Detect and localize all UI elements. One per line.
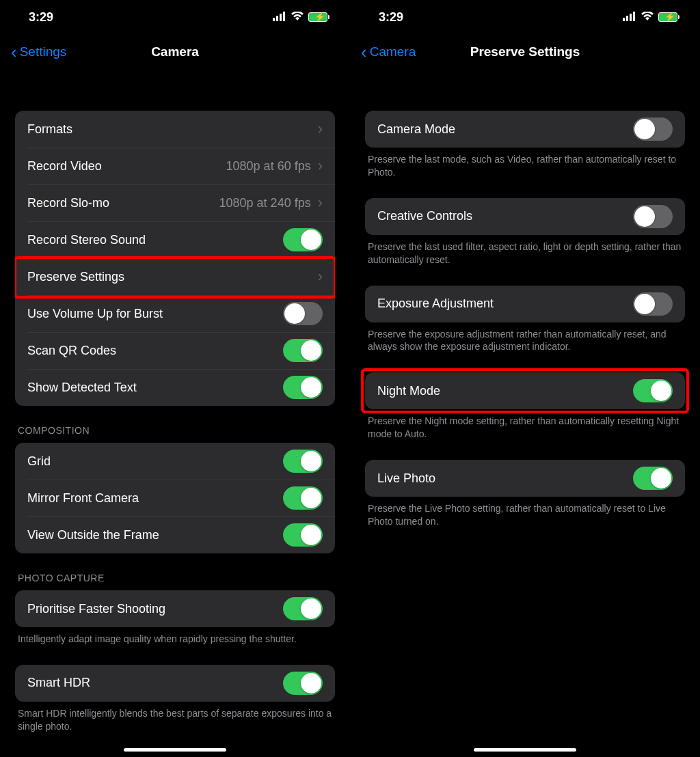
svg-rect-5 — [626, 16, 628, 21]
back-label: Camera — [370, 44, 416, 59]
toggle-faster[interactable] — [283, 597, 323, 620]
row-preserve-settings[interactable]: Preserve Settings › — [15, 258, 335, 295]
content: Camera Mode Preserve the last mode, such… — [350, 70, 700, 588]
section-footer: Smart HDR intelligently blends the best … — [15, 702, 335, 733]
row-label: Preserve Settings — [27, 270, 318, 284]
section-composition: COMPOSITION Grid Mirror Front Camera Vie… — [15, 425, 335, 553]
back-label: Settings — [20, 44, 67, 59]
row-value: 1080p at 60 fps — [226, 159, 311, 174]
svg-rect-4 — [623, 18, 625, 21]
group-faster: Prioritise Faster Shooting — [15, 590, 335, 627]
row-exposure-adjustment[interactable]: Exposure Adjustment — [365, 286, 685, 322]
row-live-photo[interactable]: Live Photo — [365, 460, 685, 497]
row-label: Prioritise Faster Shooting — [27, 602, 283, 616]
row-smart-hdr[interactable]: Smart HDR — [15, 665, 335, 702]
cellular-icon — [623, 10, 636, 25]
section-live-photo: Live Photo Preserve the Live Photo setti… — [365, 460, 685, 528]
row-label: Use Volume Up for Burst — [27, 307, 283, 321]
toggle-mirror-front[interactable] — [283, 486, 323, 510]
row-scan-qr[interactable]: Scan QR Codes — [15, 332, 335, 369]
row-faster-shooting[interactable]: Prioritise Faster Shooting — [15, 590, 335, 627]
toggle-night-mode[interactable] — [633, 379, 673, 402]
row-label: Exposure Adjustment — [377, 297, 633, 311]
svg-rect-2 — [280, 14, 282, 21]
battery-icon: ⚡ — [658, 12, 679, 22]
toggle-volume-burst[interactable] — [283, 302, 323, 325]
group-main: Formats › Record Video 1080p at 60 fps ›… — [15, 111, 335, 406]
wifi-icon — [291, 10, 304, 25]
row-formats[interactable]: Formats › — [15, 111, 335, 148]
row-label: Night Mode — [377, 384, 633, 398]
section-main: Formats › Record Video 1080p at 60 fps ›… — [15, 111, 335, 406]
row-stereo-sound[interactable]: Record Stereo Sound — [15, 221, 335, 258]
section-footer: Preserve the Night mode setting, rather … — [365, 409, 685, 441]
row-value: 1080p at 240 fps — [219, 196, 311, 210]
status-bar: 3:29 ⚡ — [350, 0, 700, 34]
group-creative: Creative Controls — [365, 198, 685, 235]
status-icons: ⚡ — [273, 10, 329, 25]
row-record-slomo[interactable]: Record Slo-mo 1080p at 240 fps › — [15, 184, 335, 221]
svg-rect-0 — [273, 18, 275, 21]
group-live: Live Photo — [365, 460, 685, 497]
svg-rect-7 — [633, 12, 635, 21]
section-footer: Preserve the Live Photo setting, rather … — [365, 497, 685, 528]
toggle-grid[interactable] — [283, 450, 323, 473]
section-creative-controls: Creative Controls Preserve the last used… — [365, 198, 685, 266]
row-label: Formats — [27, 122, 318, 137]
back-button[interactable]: ‹ Settings — [11, 42, 66, 63]
section-footer: Preserve the last mode, such as Video, r… — [365, 148, 685, 179]
row-creative-controls[interactable]: Creative Controls — [365, 198, 685, 235]
page-title: Camera — [151, 44, 199, 59]
row-label: Camera Mode — [377, 122, 633, 137]
cellular-icon — [273, 10, 286, 25]
row-label: Record Slo-mo — [27, 196, 219, 210]
toggle-exposure[interactable] — [633, 292, 673, 316]
toggle-hdr[interactable] — [283, 672, 323, 695]
row-record-video[interactable]: Record Video 1080p at 60 fps › — [15, 148, 335, 184]
row-label: Grid — [27, 454, 283, 469]
section-header: COMPOSITION — [15, 425, 335, 443]
screen-camera-settings: 3:29 ⚡ ‹ Settings Camera Formats › — [0, 0, 350, 757]
row-label: Live Photo — [377, 471, 633, 486]
section-header: PHOTO CAPTURE — [15, 573, 335, 590]
content: Formats › Record Video 1080p at 60 fps ›… — [0, 70, 350, 757]
toggle-stereo[interactable] — [283, 228, 323, 251]
row-mirror-front[interactable]: Mirror Front Camera — [15, 480, 335, 517]
screen-preserve-settings: 3:29 ⚡ ‹ Camera Preserve Settings Camera… — [350, 0, 700, 757]
toggle-creative[interactable] — [633, 205, 673, 228]
nav-bar: ‹ Settings Camera — [0, 34, 350, 70]
row-detected-text[interactable]: Show Detected Text — [15, 369, 335, 406]
home-indicator[interactable] — [124, 748, 226, 752]
row-grid[interactable]: Grid — [15, 443, 335, 480]
section-photo-capture: PHOTO CAPTURE Prioritise Faster Shooting… — [15, 573, 335, 646]
section-night-mode: Night Mode Preserve the Night mode setti… — [365, 372, 685, 441]
chevron-right-icon: › — [318, 120, 323, 138]
section-camera-mode: Camera Mode Preserve the last mode, such… — [365, 111, 685, 179]
row-view-outside-frame[interactable]: View Outside the Frame — [15, 517, 335, 553]
toggle-view-outside[interactable] — [283, 523, 323, 547]
toggle-camera-mode[interactable] — [633, 118, 673, 141]
toggle-scan-qr[interactable] — [283, 339, 323, 362]
row-label: Mirror Front Camera — [27, 491, 283, 506]
section-smart-hdr: Smart HDR Smart HDR intelligently blends… — [15, 665, 335, 733]
svg-rect-1 — [276, 16, 278, 21]
row-volume-burst[interactable]: Use Volume Up for Burst — [15, 295, 335, 332]
row-night-mode[interactable]: Night Mode — [365, 372, 685, 409]
row-label: Show Detected Text — [27, 381, 283, 395]
svg-rect-6 — [630, 14, 632, 21]
group-exposure: Exposure Adjustment — [365, 286, 685, 322]
row-label: View Outside the Frame — [27, 528, 283, 542]
section-footer: Intelligently adapt image quality when r… — [15, 627, 335, 646]
chevron-right-icon: › — [318, 268, 323, 286]
battery-icon: ⚡ — [308, 12, 329, 22]
toggle-live-photo[interactable] — [633, 467, 673, 490]
status-time: 3:29 — [29, 10, 53, 25]
row-camera-mode[interactable]: Camera Mode — [365, 111, 685, 148]
back-button[interactable]: ‹ Camera — [361, 42, 416, 63]
nav-bar: ‹ Camera Preserve Settings — [350, 34, 700, 70]
toggle-detected-text[interactable] — [283, 376, 323, 399]
status-icons: ⚡ — [623, 10, 679, 25]
group-composition: Grid Mirror Front Camera View Outside th… — [15, 443, 335, 553]
status-bar: 3:29 ⚡ — [0, 0, 350, 34]
home-indicator[interactable] — [474, 748, 576, 752]
